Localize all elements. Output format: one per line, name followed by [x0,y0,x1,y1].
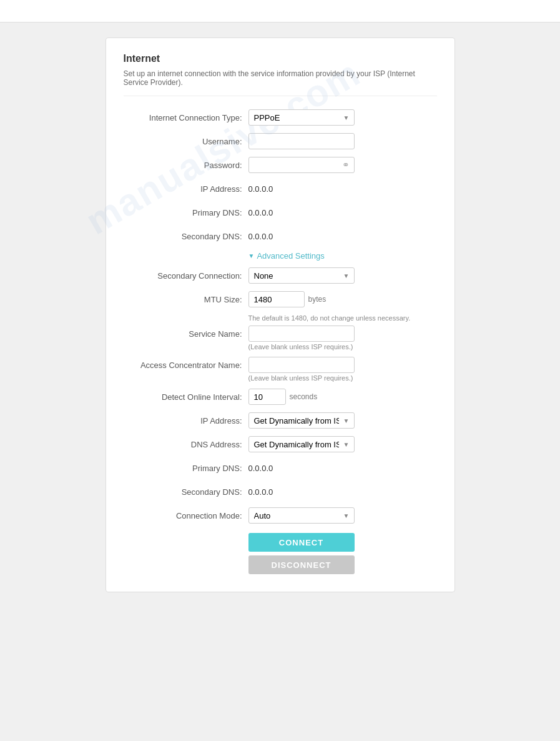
connection-type-label: Internet Connection Type: [124,113,248,122]
service-name-hint: (Leave blank unless ISP requires.) [248,343,353,351]
top-bar [0,0,560,22]
password-input[interactable] [248,157,355,173]
password-wrapper: ⚭ [248,157,355,173]
primary-dns-value: 0.0.0.0 [248,208,273,217]
secondary-dns-row: Secondary DNS: 0.0.0.0 [124,227,437,245]
mtu-size-input-group: bytes [248,291,327,307]
connection-type-select-wrapper: PPPoE ▼ [248,109,355,126]
primary-dns-label: Primary DNS: [124,208,248,217]
access-concentrator-label: Access Concentrator Name: [124,361,248,370]
connect-button[interactable]: CONNECT [248,533,355,552]
advanced-settings-toggle[interactable]: ▼ Advanced Settings [248,251,437,261]
secondary-dns-value: 0.0.0.0 [248,232,273,241]
secondary-connection-row: Secondary Connection: None Dynamic IP St… [124,267,437,284]
username-input[interactable] [248,133,355,149]
detect-online-interval-input[interactable] [248,389,286,405]
connection-type-select[interactable]: PPPoE [248,109,355,126]
connection-type-row: Internet Connection Type: PPPoE ▼ [124,109,437,126]
username-row: Username: [124,132,437,150]
secondary-connection-label: Secondary Connection: [124,271,248,281]
password-row: Password: ⚭ [124,156,437,174]
mtu-size-label: MTU Size: [124,295,248,304]
mtu-size-row: MTU Size: bytes [124,291,437,308]
ip-address-value: 0.0.0.0 [248,184,273,194]
ip-address-row: IP Address: 0.0.0.0 [124,180,437,197]
service-name-label: Service Name: [124,329,248,339]
detect-online-interval-input-group: seconds [248,389,318,405]
secondary-dns-2-value: 0.0.0.0 [248,487,273,497]
disconnect-button[interactable]: DISCONNECT [248,555,355,574]
access-concentrator-row: Access Concentrator Name: (Leave blank u… [124,357,437,382]
dns-address-select-wrapper: Get Dynamically from ISP Use Static DNS … [248,436,355,452]
secondary-connection-select[interactable]: None Dynamic IP Static IP [248,267,355,284]
ip-address-2-row: IP Address: Get Dynamically from ISP Use… [124,412,437,429]
mtu-size-input[interactable] [248,291,305,307]
page-title: Internet [124,53,437,64]
primary-dns-2-label: Primary DNS: [124,464,248,473]
primary-dns-2-value: 0.0.0.0 [248,464,273,473]
service-name-inner: Service Name: [124,326,437,342]
access-concentrator-inner: Access Concentrator Name: [124,357,437,373]
detect-seconds-label: seconds [290,392,318,401]
dns-address-row: DNS Address: Get Dynamically from ISP Us… [124,435,437,453]
ip-address-2-select[interactable]: Get Dynamically from ISP Use Static IP A… [248,412,355,429]
secondary-dns-2-label: Secondary DNS: [124,487,248,497]
service-name-row: Service Name: (Leave blank unless ISP re… [124,326,437,351]
primary-dns-2-row: Primary DNS: 0.0.0.0 [124,459,437,477]
dns-address-label: DNS Address: [124,440,248,449]
connection-mode-row: Connection Mode: Auto On Demand Time-bas… [124,507,437,524]
connection-mode-select-wrapper: Auto On Demand Time-based Manual ▼ [248,507,355,524]
secondary-dns-label: Secondary DNS: [124,232,248,241]
secondary-dns-2-row: Secondary DNS: 0.0.0.0 [124,483,437,500]
page-subtitle: Set up an internet connection with the s… [124,69,437,96]
mtu-hint: The default is 1480, do not change unles… [248,314,437,322]
connection-mode-select[interactable]: Auto On Demand Time-based Manual [248,507,355,524]
service-name-input[interactable] [248,326,355,342]
dns-address-select[interactable]: Get Dynamically from ISP Use Static DNS [248,436,355,452]
secondary-connection-select-wrapper: None Dynamic IP Static IP ▼ [248,267,355,284]
username-label: Username: [124,137,248,146]
advanced-settings-chevron-icon: ▼ [248,252,255,259]
detect-online-interval-row: Detect Online Interval: seconds [124,388,437,405]
eye-icon[interactable]: ⚭ [342,160,350,170]
page-wrapper: manualsive.com Internet Set up an intern… [0,0,560,741]
advanced-settings-label: Advanced Settings [257,251,324,261]
access-concentrator-hint: (Leave blank unless ISP requires.) [248,374,353,382]
password-label: Password: [124,161,248,170]
detect-online-interval-label: Detect Online Interval: [124,392,248,402]
connection-mode-label: Connection Mode: [124,511,248,520]
ip-address-label: IP Address: [124,184,248,194]
ip-address-2-select-wrapper: Get Dynamically from ISP Use Static IP A… [248,412,355,429]
primary-dns-row: Primary DNS: 0.0.0.0 [124,204,437,221]
internet-card: manualsive.com Internet Set up an intern… [106,37,455,592]
mtu-bytes-label: bytes [308,295,327,304]
ip-address-2-label: IP Address: [124,416,248,425]
access-concentrator-input[interactable] [248,357,355,373]
